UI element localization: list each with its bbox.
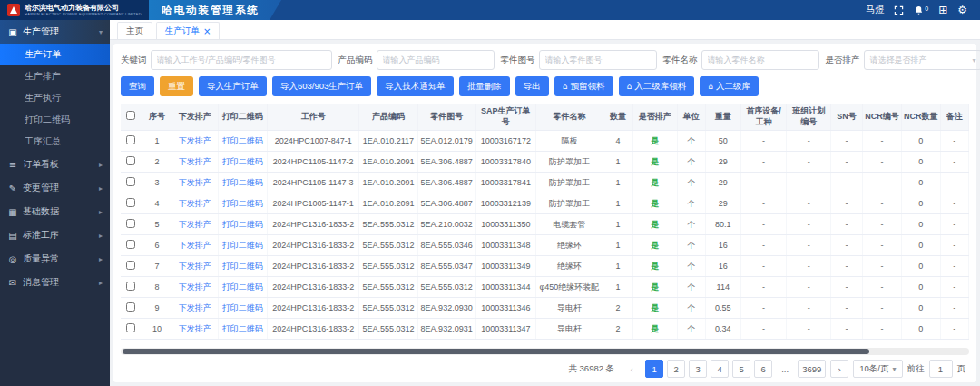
export-button[interactable]: 导出 [515,76,549,96]
apps-grid-icon[interactable]: ⊞ [938,5,947,15]
cell-sap_no: 10003311346 [475,298,535,319]
page-button-4[interactable]: 4 [710,360,729,378]
sidebar-subitem-print-qrcode[interactable]: 打印二维码 [0,109,110,131]
table-row: 5下发排产打印二维码2024HPC1316-1833-25EA.555.0312… [121,214,969,235]
settings-gear-icon[interactable]: ⚙ [957,5,967,15]
reset-button[interactable]: 重置 [160,76,193,96]
page-button-2[interactable]: 2 [667,360,685,378]
search-button[interactable]: 查询 [121,76,154,96]
sidebar-item-message-management[interactable]: ✉消息管理▸ [0,271,110,294]
cell-print[interactable]: 打印二维码 [218,235,268,256]
scheduled-select[interactable]: 请选择是否排产 ▾ [864,50,980,70]
scrollbar-thumb[interactable] [122,349,869,354]
row-checkbox[interactable] [126,177,135,186]
cell-print[interactable]: 打印二维码 [218,256,268,277]
row-checkbox[interactable] [126,135,135,144]
next-page-button[interactable]: › [830,360,848,378]
row-checkbox[interactable] [126,198,135,207]
cell-print[interactable]: 打印二维码 [218,277,268,298]
tab-production-orders[interactable]: 生产订单 × [156,22,220,39]
row-checkbox[interactable] [126,323,135,332]
sidebar-subitem-production-scheduling[interactable]: 生产排产 [0,65,110,87]
cell-unit: 个 [677,256,705,277]
cell-team_plan_no: - [787,214,831,235]
sidebar-item-production-management[interactable]: ▣生产管理▾ [0,20,110,44]
tab-home[interactable]: 主页 [117,22,152,39]
cell-print[interactable]: 打印二维码 [218,319,268,340]
system-title: 哈电动装管理系统 [162,4,260,17]
cell-print[interactable]: 打印二维码 [218,131,268,152]
cell-unit: 个 [677,214,705,235]
cell-dispatch[interactable]: 下发排产 [172,173,218,193]
sidebar-item-label: 消息管理 [23,276,59,289]
cell-ncr_qty: 0 [901,256,940,277]
import-production-order-button[interactable]: 导入生产订单 [199,76,267,96]
sidebar-item-quality-exception[interactable]: ◎质量异常▸ [0,247,110,271]
sidebar-item-basic-data[interactable]: ▦基础数据▸ [0,200,110,223]
sidebar-item-standard-process[interactable]: ▤标准工序▸ [0,223,110,247]
page-button-1[interactable]: 1 [645,360,663,378]
sidebar-item-change-management[interactable]: ✎变更管理▸ [0,176,110,200]
part-name-input[interactable] [701,50,819,70]
cell-product_code: 5EA.555.0312 [359,298,417,319]
cell-print[interactable]: 打印二维码 [218,193,268,214]
cell-print[interactable]: 打印二维码 [218,214,268,235]
close-icon[interactable]: × [203,26,211,36]
cell-dispatch[interactable]: 下发排产 [172,214,218,235]
table-row: 9下发排产打印二维码2024HPC1316-1833-25EA.555.0312… [121,298,969,319]
page-ellipsis[interactable]: ... [776,360,794,378]
select-all-checkbox[interactable] [126,111,135,120]
sidebar-menu: ▣生产管理▾生产订单生产排产生产执行打印二维码工序汇总≡订单看板▸✎变更管理▸▦… [0,20,110,294]
secondary-store-button[interactable]: ⌂入二级库 [700,76,759,96]
fullscreen-icon[interactable] [894,5,904,15]
cell-dispatch[interactable]: 下发排产 [172,298,218,319]
import-603-903-order-button[interactable]: 导入603/903生产订单 [272,76,371,96]
cell-ncr_qty: 0 [901,214,940,235]
page-button-6[interactable]: 6 [754,360,772,378]
scheduled-label: 是否排产 [826,54,860,66]
batch-delete-button[interactable]: 批量删除 [459,76,510,96]
user-name[interactable]: 马煜 [866,4,884,16]
notification-bell-icon[interactable]: 0 [914,5,928,15]
horizontal-scrollbar[interactable] [121,348,969,355]
sidebar-subitem-process-summary[interactable]: 工序汇总 [0,131,110,153]
row-checkbox[interactable] [126,302,135,312]
page-button-3699[interactable]: 3699 [798,360,826,378]
sidebar-item-order-dashboard[interactable]: ≡订单看板▸ [0,153,110,176]
prev-page-button[interactable]: ‹ [622,360,641,378]
cell-print[interactable]: 打印二维码 [218,298,268,319]
page-button-5[interactable]: 5 [732,360,750,378]
row-checkbox[interactable] [126,261,135,270]
cell-dispatch[interactable]: 下发排产 [172,319,218,340]
cell-print[interactable]: 打印二维码 [218,173,268,193]
table-row: 2下发排产打印二维码2024HPC1105-1147-21EA.010.2091… [121,152,969,173]
row-checkbox[interactable] [126,219,135,228]
page-list: 123456...3699 [645,360,826,378]
row-checkbox[interactable] [126,240,135,249]
secondary-store-picking-button[interactable]: ⌂入二级库领料 [619,76,695,96]
page-size-select[interactable]: 10条/页 ▾ [853,360,902,378]
import-tech-notice-button[interactable]: 导入技术通知单 [377,76,454,96]
cell-dispatch[interactable]: 下发排产 [172,193,218,214]
sidebar-subitem-production-orders[interactable]: 生产订单 [0,44,110,65]
goto-label: 前往 [907,363,925,375]
cell-part_no: 8EA.932.0931 [417,319,475,340]
cell-ncr_qty: 0 [901,277,940,298]
row-checkbox[interactable] [126,156,135,165]
row-checkbox[interactable] [126,282,135,291]
product-code-input[interactable] [377,50,495,70]
page-button-3[interactable]: 3 [689,360,707,378]
keyword-input[interactable] [151,50,332,70]
cell-dispatch[interactable]: 下发排产 [172,131,218,152]
reserve-picking-button[interactable]: ⌂预留领料 [554,76,613,96]
goto-page-input[interactable] [929,360,953,378]
cell-dispatch[interactable]: 下发排产 [172,256,218,277]
cell-dispatch[interactable]: 下发排产 [172,235,218,256]
sidebar-subitem-production-execution[interactable]: 生产执行 [0,87,110,109]
cell-dispatch[interactable]: 下发排产 [172,277,218,298]
cell-index: 5 [142,214,172,235]
part-no-input[interactable] [539,50,657,70]
cell-print[interactable]: 打印二维码 [218,152,268,173]
cell-dispatch[interactable]: 下发排产 [172,152,218,173]
cell-work_no: 2024HPC1007-847-1 [268,131,359,152]
